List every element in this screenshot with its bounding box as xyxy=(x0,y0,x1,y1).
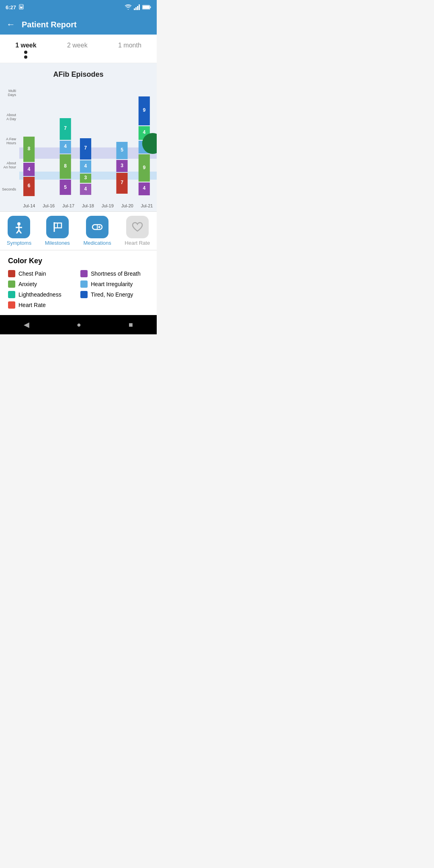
svg-text:7: 7 xyxy=(121,180,123,185)
key-label-anxiety: Anxiety xyxy=(18,281,37,287)
milestones-label: Milestones xyxy=(45,240,70,246)
y-label-fewhours: A FewHours xyxy=(2,129,18,154)
key-label-heart-irreg: Heart Irregularity xyxy=(91,281,133,287)
svg-text:7: 7 xyxy=(64,125,67,131)
svg-rect-6 xyxy=(137,6,138,10)
nav-medications[interactable]: Medications xyxy=(83,216,111,246)
status-right xyxy=(125,4,151,10)
key-swatch-chest-pain xyxy=(8,270,15,277)
key-label-lightheaded: Lightheadedness xyxy=(18,291,61,298)
svg-text:3: 3 xyxy=(84,175,87,180)
tab-1week[interactable]: 1 week xyxy=(7,40,44,60)
key-swatch-anxiety xyxy=(8,280,15,288)
svg-rect-1 xyxy=(20,6,21,6)
bottom-nav: Symptoms Milestones Medications xyxy=(0,211,157,250)
status-bar: 6:27 xyxy=(0,0,157,14)
key-label-chest-pain: Chest Pain xyxy=(18,270,46,277)
medications-icon xyxy=(91,221,104,233)
tab-1month[interactable]: 1 month xyxy=(110,40,149,60)
medications-icon-box xyxy=(86,216,108,238)
y-label-anhour: AboutAn hour xyxy=(2,154,18,178)
svg-rect-9 xyxy=(150,6,151,8)
x-axis: Jul-14 Jul-16 Jul-17 Jul-18 Jul-19 Jul-2… xyxy=(0,202,157,211)
svg-line-53 xyxy=(19,230,21,233)
svg-text:7: 7 xyxy=(84,145,87,151)
back-system-button[interactable]: ◀ xyxy=(24,320,29,329)
page-title: Patient Report xyxy=(22,20,77,29)
svg-text:4: 4 xyxy=(64,143,67,149)
status-time: 6:27 xyxy=(6,4,16,10)
signal-icon xyxy=(134,4,140,10)
tab-bar: 1 week 2 week 1 month xyxy=(0,35,157,63)
chart-title: AFib Episodes xyxy=(0,70,157,79)
key-item-heartrate: Heart Rate xyxy=(8,301,76,309)
key-item-shortness: Shortness of Breath xyxy=(80,270,149,277)
svg-text:8: 8 xyxy=(28,146,31,151)
wifi-icon xyxy=(125,4,132,10)
key-item-chest-pain: Chest Pain xyxy=(8,270,76,277)
key-label-shortness: Shortness of Breath xyxy=(91,270,141,277)
color-key-title: Color Key xyxy=(8,257,149,265)
medications-label: Medications xyxy=(83,240,111,246)
heartrate-icon-box xyxy=(126,216,149,238)
svg-text:4: 4 xyxy=(143,185,145,191)
svg-text:4: 4 xyxy=(84,186,87,192)
key-item-tired: Tired, No Energy xyxy=(80,291,149,298)
key-item-lightheaded: Lightheadedness xyxy=(8,291,76,298)
status-left: 6:27 xyxy=(6,4,24,11)
app-header: ← Patient Report xyxy=(0,14,157,35)
nav-symptoms[interactable]: Symptoms xyxy=(7,216,31,246)
symptoms-icon xyxy=(12,221,25,233)
y-axis: MultiDays AboutA Day A FewHours AboutAn … xyxy=(0,81,19,202)
tab-2week[interactable]: 2 week xyxy=(59,40,96,60)
x-label-jul16: Jul-16 xyxy=(43,203,55,208)
nav-milestones[interactable]: Milestones xyxy=(45,216,70,246)
x-label-jul21: Jul-21 xyxy=(141,203,153,208)
svg-text:9: 9 xyxy=(143,107,145,113)
key-label-heartrate: Heart Rate xyxy=(18,302,46,308)
y-label-multidays: MultiDays xyxy=(2,81,18,105)
heartrate-label: Heart Rate xyxy=(125,240,150,246)
svg-point-49 xyxy=(17,222,20,225)
svg-text:5: 5 xyxy=(121,147,123,153)
svg-rect-7 xyxy=(139,4,140,10)
x-label-jul17: Jul-17 xyxy=(62,203,74,208)
key-swatch-heart-irreg xyxy=(80,280,88,288)
recents-system-button[interactable]: ■ xyxy=(129,321,133,329)
svg-text:3: 3 xyxy=(121,163,123,168)
milestones-icon xyxy=(51,221,64,233)
svg-text:4: 4 xyxy=(28,166,31,172)
key-item-heart-irreg: Heart Irregularity xyxy=(80,280,149,288)
svg-text:4: 4 xyxy=(84,163,87,169)
x-label-jul14: Jul-14 xyxy=(23,203,35,208)
symptoms-label: Symptoms xyxy=(7,240,31,246)
svg-text:9: 9 xyxy=(143,165,145,170)
key-swatch-lightheaded xyxy=(8,291,15,298)
sim-icon xyxy=(18,4,24,11)
svg-rect-4 xyxy=(134,8,135,10)
chart-wrapper: MultiDays AboutA Day A FewHours AboutAn … xyxy=(0,81,157,202)
home-system-button[interactable]: ● xyxy=(77,321,81,329)
y-label-aboutaday: AboutA Day xyxy=(2,105,18,129)
nav-heartrate[interactable]: Heart Rate xyxy=(125,216,150,246)
back-button[interactable]: ← xyxy=(6,19,15,30)
x-label-jul19: Jul-19 xyxy=(102,203,114,208)
color-key: Color Key Chest Pain Shortness of Breath… xyxy=(0,250,157,315)
chart-svg: 6 4 8 5 8 4 7 xyxy=(19,81,157,202)
key-grid: Chest Pain Shortness of Breath Anxiety H… xyxy=(8,270,149,309)
battery-icon xyxy=(142,5,151,10)
svg-text:5: 5 xyxy=(64,184,67,190)
bars-area: 6 4 8 5 8 4 7 xyxy=(19,81,157,202)
key-swatch-heartrate xyxy=(8,301,15,309)
milestones-icon-box xyxy=(46,216,69,238)
svg-rect-2 xyxy=(22,6,23,6)
svg-rect-5 xyxy=(135,7,137,10)
y-label-seconds: Seconds xyxy=(2,178,18,202)
svg-text:4: 4 xyxy=(143,129,145,135)
svg-rect-3 xyxy=(20,7,23,8)
chart-container: AFib Episodes MultiDays AboutA Day A Few… xyxy=(0,63,157,211)
heartrate-icon xyxy=(131,221,144,233)
svg-text:6: 6 xyxy=(28,183,31,188)
x-label-jul20: Jul-20 xyxy=(121,203,133,208)
key-label-tired: Tired, No Energy xyxy=(91,291,133,298)
